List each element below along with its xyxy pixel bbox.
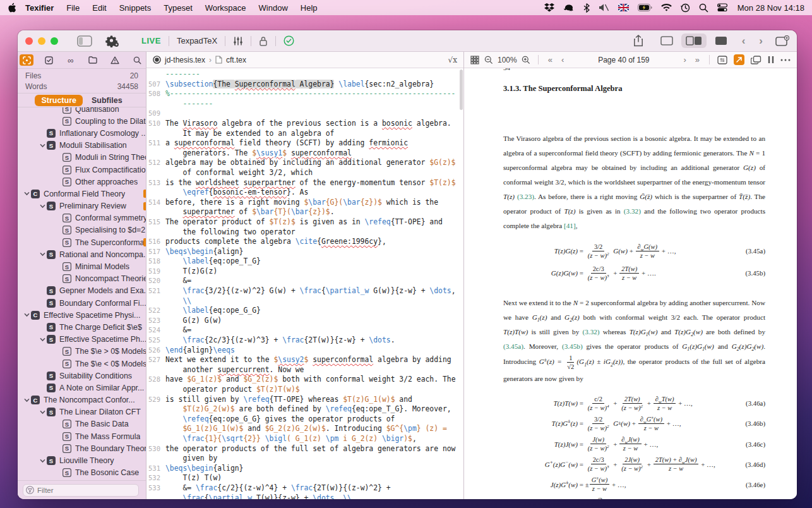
code-line-507[interactable]: 507\subsection{The Superconformal Algebr…	[146, 80, 463, 90]
menu-file[interactable]: File	[60, 3, 86, 13]
tree-item[interactable]: CThe Noncompact Confor...	[18, 394, 146, 406]
filter-input[interactable]	[23, 484, 139, 497]
tree-item[interactable]: SCoupling to the Dilato...	[18, 115, 146, 127]
code-line-530[interactable]: 530the operator products of the full set…	[146, 444, 463, 464]
layout-pdf-only-button[interactable]	[710, 33, 732, 48]
code-line-531[interactable]: 531\beqs\begin{align}	[146, 464, 463, 474]
warnings-mode-icon[interactable]	[108, 54, 122, 66]
tree-item[interactable]: SConformal symmetry ...	[18, 212, 146, 224]
symbols-mode-icon[interactable]: ∞	[64, 54, 78, 66]
menu-edit[interactable]: Edit	[86, 3, 112, 13]
code-line-513[interactable]: 513is the worldsheet superpartner of the…	[146, 178, 463, 198]
code-line-523[interactable]: 523 G(z) G(w)	[146, 316, 463, 326]
breadcrumb-file[interactable]: cft.tex	[226, 56, 246, 64]
tree-item[interactable]: SLiouville Theory	[18, 454, 146, 466]
pdf-reference-link[interactable]: [41]	[564, 222, 576, 229]
forward-button[interactable]: ›	[755, 35, 767, 47]
chevron-down-icon[interactable]	[39, 409, 47, 415]
menu-snippets[interactable]: Snippets	[113, 3, 158, 13]
tree-item[interactable]: SThe Linear Dilaton CFT	[18, 406, 146, 418]
tree-item[interactable]: SThe Superconformal...	[18, 236, 146, 248]
tree-item[interactable]: SThe $\e < 0$ Models	[18, 358, 146, 370]
last-page-button[interactable]: »	[693, 55, 702, 64]
battery-icon[interactable]	[638, 4, 652, 11]
files-mode-icon[interactable]	[86, 54, 100, 66]
todo-mode-icon[interactable]	[42, 54, 56, 66]
pause-typeset-icon[interactable]	[768, 56, 774, 64]
tree-item[interactable]: SRational and Noncompa...	[18, 248, 146, 260]
tab-structure[interactable]: Structure	[35, 95, 83, 106]
tree-item[interactable]: SPreliminary Review	[18, 200, 146, 212]
code-line-512[interactable]: 512algebra may be obtained by including …	[146, 158, 463, 178]
tree-item[interactable]: SSuitability Conditions	[18, 370, 146, 382]
code-line-528[interactable]: 528have $G_1(z)$ and $G_2(z)$ both with …	[146, 375, 463, 394]
code-line-522[interactable]: 522 \label{eq:ope_G_G}	[146, 306, 463, 316]
code-line-529[interactable]: 529is still given by \refeq{TT-OPE} wher…	[146, 395, 463, 444]
tab-subfiles[interactable]: Subfiles	[85, 95, 129, 106]
layout-editor-only-button[interactable]	[656, 33, 678, 48]
chevron-down-icon[interactable]	[39, 337, 47, 342]
share-icon[interactable]	[633, 35, 643, 47]
control-center-icon[interactable]	[717, 3, 727, 12]
tree-item[interactable]: SGepner Models and Exa...	[18, 285, 146, 297]
apple-menu-icon[interactable]	[8, 3, 16, 13]
zoom-in-icon[interactable]	[522, 56, 530, 64]
menu-window[interactable]: Window	[253, 3, 294, 13]
pdf-reference-link[interactable]: (3.32)	[583, 328, 600, 336]
bluetooth-icon[interactable]	[583, 3, 590, 13]
sync-tex-icon[interactable]	[717, 56, 727, 64]
tree-item[interactable]: SThe Mass Formula	[18, 430, 146, 442]
tree-item[interactable]: SThe $\e > 0$ Models	[18, 346, 146, 358]
tree-item[interactable]: CConformal Field Theory	[18, 188, 146, 200]
uk-flag-icon[interactable]	[618, 4, 629, 11]
first-page-button[interactable]: «	[546, 55, 554, 64]
previous-page-button[interactable]: ‹	[559, 55, 566, 64]
search-mode-icon[interactable]	[130, 54, 144, 66]
chevron-down-icon[interactable]	[23, 397, 31, 403]
tree-item[interactable]: SThe Boundary Theory...	[18, 442, 146, 454]
dropbox-icon[interactable]	[544, 3, 554, 12]
chevron-down-icon[interactable]	[39, 203, 47, 209]
code-line-525[interactable]: 525 \frac{2c/3}{(z-w)^3} + \frac{2T(w)}{…	[146, 336, 463, 346]
pdf-reference-link[interactable]: (3.45b)	[562, 342, 583, 350]
time-machine-icon[interactable]	[681, 3, 690, 13]
sidebar-toggle-icon[interactable]	[77, 35, 92, 47]
tree-item[interactable]: CEffective Spacetime Physi...	[18, 309, 146, 321]
next-page-button[interactable]: ›	[681, 55, 688, 64]
math-toolbar-button[interactable]: √x	[448, 56, 457, 64]
external-pdf-icon[interactable]	[734, 54, 744, 65]
chevron-down-icon[interactable]	[23, 191, 31, 197]
more-options-icon[interactable]	[780, 59, 791, 61]
code-line-511[interactable]: 511a superconformal field theory (SCFT) …	[146, 138, 463, 158]
page-indicator[interactable]: Page 40 of 159	[571, 56, 676, 64]
back-button[interactable]: ‹	[738, 35, 749, 47]
engine-selector[interactable]: TexpadTeX	[177, 36, 217, 45]
code-line-wrap[interactable]: --------	[146, 70, 463, 80]
tree-item[interactable]: SSpecialising to $d=2...	[18, 224, 146, 236]
tree-item[interactable]: SInflationary Cosmology ...	[18, 127, 146, 139]
code-line-524[interactable]: 524 &=	[146, 325, 463, 336]
code-line-533[interactable]: 533 &= \frac{c/2}{(z-w)^4} + \frac{2T(w)…	[146, 483, 463, 499]
pdf-reference-link[interactable]: (3.32)	[624, 207, 641, 215]
menu-typeset[interactable]: Typeset	[157, 3, 199, 13]
tree-item[interactable]: SFlux Compactificatio...	[18, 164, 146, 176]
tree-item[interactable]: SModuli in String Theory	[18, 152, 146, 164]
tree-item[interactable]: SNoncompact Theories	[18, 273, 146, 285]
tree-item[interactable]: SThe Bosonic Case	[18, 467, 146, 479]
breadcrumb-root[interactable]: jd-thesis.tex	[165, 56, 205, 64]
tree-item[interactable]: SBoundary Conformal Fi...	[18, 297, 146, 309]
tree-item[interactable]: SEffective Spacetime Ph...	[18, 334, 146, 346]
tree-item[interactable]: SThe Basic Data	[18, 418, 146, 430]
new-tab-icon[interactable]	[775, 35, 789, 47]
search-icon[interactable]	[699, 3, 708, 13]
wifi-icon[interactable]	[661, 4, 672, 12]
code-line-519[interactable]: 519 T(z)G(z)	[146, 267, 463, 277]
chevron-down-icon[interactable]	[23, 312, 31, 318]
code-editor[interactable]: --------507\subsection{The Superconforma…	[146, 68, 463, 499]
copy-pages-icon[interactable]	[751, 56, 761, 64]
code-line-508[interactable]: 508%------------------------------------…	[146, 89, 463, 109]
tree-item[interactable]: SMinimal Models	[18, 260, 146, 272]
typeset-options-icon[interactable]	[233, 36, 243, 46]
tree-item[interactable]: SModuli Stabilisation	[18, 140, 146, 152]
mammoth-icon[interactable]	[563, 3, 575, 12]
